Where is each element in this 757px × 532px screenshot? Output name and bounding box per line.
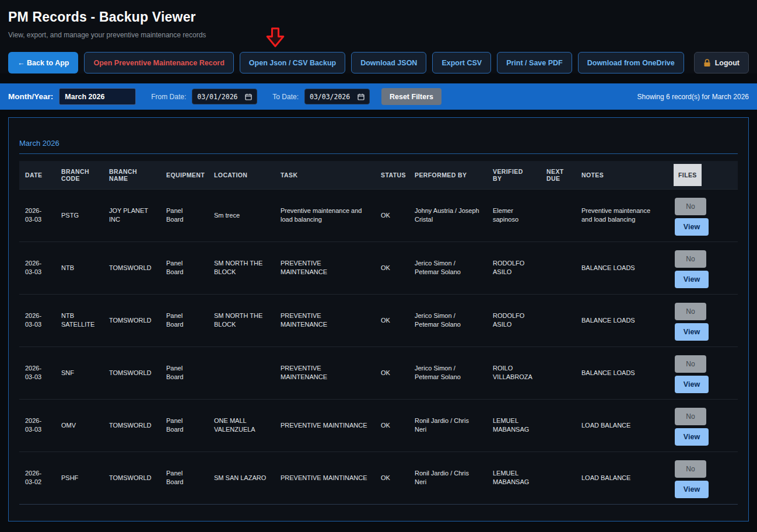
table-row: 2026-03-03 SNF TOMSWORLD Panel Board PRE… (19, 346, 738, 399)
page-subtitle: View, export, and manage your preventive… (8, 31, 749, 39)
cell-files: No View (669, 294, 738, 346)
file-view-button[interactable]: View (675, 481, 709, 498)
cell-notes: BALANCE LOADS (576, 242, 669, 294)
cell-next-due (541, 346, 576, 399)
cell-verified-by: Elemer sapinoso (487, 189, 541, 242)
cell-branch-name: TOMSWORLD (103, 452, 160, 504)
cell-files: No View (669, 242, 738, 294)
cell-equipment: Panel Board (160, 294, 208, 346)
cell-location: SM NORTH THE BLOCK (208, 294, 275, 346)
col-header-date: DATE (19, 161, 55, 189)
reset-filters-button[interactable]: Reset Filters (381, 88, 441, 105)
file-view-button[interactable]: View (675, 376, 709, 393)
cell-equipment: Panel Board (160, 189, 208, 242)
table-row: 2026-03-02 PSHF TOMSWORLD Panel Board SM… (19, 452, 738, 504)
cell-verified-by: RODOLFO ASILO (487, 242, 541, 294)
table-header: DATE BRANCH CODE BRANCH NAME EQUIPMENT L… (19, 161, 738, 189)
file-view-button[interactable]: View (675, 323, 709, 341)
cell-equipment: Panel Board (160, 346, 208, 399)
open-pm-record-button[interactable]: Open Preventive Maintenance Record (84, 52, 233, 74)
download-json-button[interactable]: Download JSON (351, 52, 426, 74)
cell-next-due (541, 242, 576, 294)
files-buttons: No View (675, 198, 731, 236)
cell-task: PREVENTIVE MAINTINANCE (275, 399, 375, 452)
cell-location: SM SAN LAZARO (208, 452, 275, 504)
col-header-task: TASK (275, 161, 375, 189)
cell-location (208, 346, 275, 399)
back-to-app-button[interactable]: ← Back to App (8, 52, 78, 74)
file-no-button[interactable]: No (675, 460, 706, 478)
lock-icon (703, 59, 711, 67)
print-save-pdf-button[interactable]: Print / Save PDF (497, 52, 572, 74)
cell-date: 2026-03-03 (19, 399, 55, 452)
records-panel: March 2026 DATE BRANCH CODE BRANCH NAME … (8, 117, 749, 522)
cell-location: SM NORTH THE BLOCK (208, 242, 275, 294)
logout-button[interactable]: Logout (694, 52, 749, 74)
cell-status: OK (375, 189, 409, 242)
cell-equipment: Panel Board (160, 452, 208, 504)
files-buttons: No View (675, 408, 731, 446)
calendar-icon[interactable] (245, 93, 252, 100)
col-header-notes: NOTES (576, 161, 669, 189)
cell-notes: LOAD BALANCE (576, 399, 669, 452)
cell-performed-by: Ronil Jardio / Chris Neri (409, 452, 487, 504)
filter-bar: Month/Year: From Date: 03/01/2026 To Dat… (0, 83, 757, 110)
col-header-next-due: NEXT DUE (541, 161, 576, 189)
download-from-onedrive-button[interactable]: Download from OneDrive (578, 52, 684, 74)
file-no-button[interactable]: No (675, 408, 706, 425)
cell-verified-by: LEMUEL MABANSAG (487, 452, 541, 504)
cell-task: PREVENTIVE MAINTENANCE (275, 346, 375, 399)
cell-task: Preventive maintenance and load balancin… (275, 189, 375, 242)
table-row: 2026-03-03 PSTG JOY PLANET INC Panel Boa… (19, 189, 738, 242)
cell-performed-by: Jerico Simon / Petemar Solano (409, 294, 487, 346)
cell-date: 2026-03-02 (19, 452, 55, 504)
file-no-button[interactable]: No (675, 303, 706, 320)
cell-branch-name: TOMSWORLD (103, 399, 160, 452)
col-header-location: LOCATION (208, 161, 275, 189)
cell-status: OK (375, 399, 409, 452)
page-title: PM Records - Backup Viewer (8, 8, 749, 26)
month-year-input[interactable] (59, 88, 136, 105)
cell-files: No View (669, 452, 738, 504)
col-header-status: STATUS (375, 161, 409, 189)
cell-verified-by: RODOLFO ASILO (487, 294, 541, 346)
to-date-value: 03/03/2026 (310, 93, 350, 101)
to-date-input[interactable]: 03/03/2026 (304, 89, 370, 104)
col-header-files: FILES (669, 161, 738, 189)
cell-branch-name: TOMSWORLD (103, 242, 160, 294)
cell-branch-code: NTB SATELLITE (55, 294, 103, 346)
open-json-csv-backup-button[interactable]: Open Json / CSV Backup (240, 52, 345, 74)
cell-date: 2026-03-03 (19, 242, 55, 294)
table-row: 2026-03-03 NTB TOMSWORLD Panel Board SM … (19, 242, 738, 294)
file-view-button[interactable]: View (675, 271, 709, 288)
cell-next-due (541, 189, 576, 242)
cell-location: ONE MALL VALENZUELA (208, 399, 275, 452)
table-row: 2026-03-03 OMV TOMSWORLD Panel Board ONE… (19, 399, 738, 452)
cell-notes: Preventive maintenance and load balancin… (576, 189, 669, 242)
calendar-icon[interactable] (358, 93, 365, 100)
files-buttons: No View (675, 250, 731, 288)
col-header-performed-by: PERFORMED BY (409, 161, 487, 189)
cell-task: PREVENTIVE MAINTENANCE (275, 294, 375, 346)
cell-notes: LOAD BALANCE (576, 452, 669, 504)
file-no-button[interactable]: No (675, 198, 706, 215)
cell-performed-by: Johny Austria / Joseph Cristal (409, 189, 487, 242)
file-view-button[interactable]: View (675, 218, 709, 236)
to-date-label: To Date: (272, 93, 299, 101)
cell-equipment: Panel Board (160, 399, 208, 452)
from-date-label: From Date: (151, 93, 186, 101)
cell-branch-name: TOMSWORLD (103, 346, 160, 399)
from-date-value: 03/01/2026 (197, 93, 237, 101)
cell-equipment: Panel Board (160, 242, 208, 294)
cell-branch-code: NTB (55, 242, 103, 294)
cell-branch-code: PSHF (55, 452, 103, 504)
export-csv-button[interactable]: Export CSV (432, 52, 491, 74)
cell-next-due (541, 452, 576, 504)
file-no-button[interactable]: No (675, 355, 706, 373)
red-down-arrow-annotation (265, 27, 286, 48)
from-date-input[interactable]: 03/01/2026 (192, 89, 257, 104)
cell-status: OK (375, 452, 409, 504)
file-no-button[interactable]: No (675, 250, 706, 268)
col-header-branch-name: BRANCH NAME (103, 161, 160, 189)
file-view-button[interactable]: View (675, 428, 709, 446)
